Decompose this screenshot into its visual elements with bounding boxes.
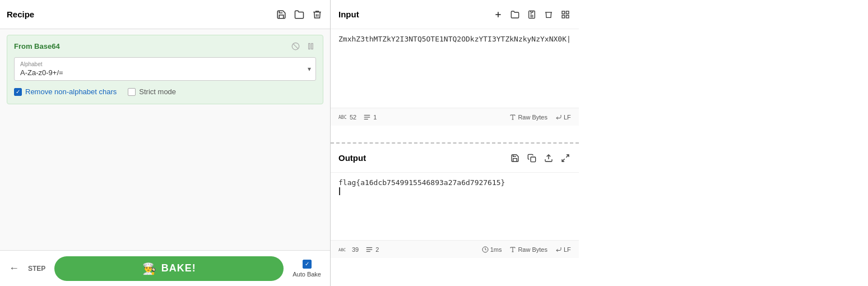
- operation-header: From Base64: [14, 41, 316, 52]
- remove-nonalpha-label: Remove non-alphabet chars: [25, 87, 117, 96]
- output-char-stat: ABC 39: [338, 246, 359, 253]
- empty-recipe-area: [7, 110, 323, 188]
- chef-icon: 👨‍🍳: [142, 262, 157, 275]
- output-lf-button[interactable]: LF: [555, 246, 571, 253]
- input-add-button[interactable]: [493, 9, 504, 20]
- svg-rect-10: [566, 15, 569, 18]
- svg-rect-7: [562, 11, 565, 14]
- output-title: Output: [338, 153, 509, 163]
- output-line-stat: 2: [365, 246, 379, 253]
- remove-nonalpha-checkbox-item[interactable]: Remove non-alphabet chars: [14, 87, 117, 96]
- output-lf-label: LF: [564, 246, 571, 253]
- operation-card: From Base64: [7, 35, 323, 104]
- operation-title: From Base64: [14, 42, 60, 50]
- strict-mode-label: Strict mode: [139, 87, 176, 96]
- input-value: ZmxhZ3thMTZkY2I3NTQ5OTE1NTQ2ODkzYTI3YTZk…: [338, 35, 567, 43]
- recipe-title: Recipe: [7, 10, 275, 19]
- svg-rect-2: [309, 44, 310, 49]
- output-footer-right: 1ms Raw Bytes LF: [482, 246, 571, 253]
- input-line-stat: 1: [363, 113, 377, 121]
- input-raw-bytes-label: Raw Bytes: [518, 114, 547, 121]
- output-content[interactable]: flag{a16dcb7549915546893a27a6d7927615}: [331, 173, 579, 240]
- checkbox-row: Remove non-alphabet chars Strict mode: [14, 87, 316, 96]
- recipe-body: From Base64: [0, 29, 330, 250]
- delete-recipe-button[interactable]: [311, 8, 323, 21]
- output-footer: ABC 39 2 1ms: [331, 240, 579, 258]
- auto-bake-section: Auto Bake: [293, 260, 321, 278]
- abc-icon: ABC: [338, 114, 347, 120]
- output-header: Output: [331, 144, 579, 173]
- clock-icon: [482, 246, 489, 253]
- output-abc-icon: ABC: [338, 246, 350, 253]
- select-arrow-icon: ▾: [308, 65, 311, 73]
- svg-line-20: [562, 159, 565, 162]
- input-cursor: [567, 35, 571, 43]
- input-content[interactable]: ZmxhZ3thMTZkY2I3NTQ5OTE1NTQ2ODkzYTI3YTZk…: [331, 29, 579, 108]
- output-expand-button[interactable]: [560, 153, 571, 164]
- operation-header-icons: [290, 41, 316, 52]
- svg-text:ABC: ABC: [338, 115, 347, 120]
- alphabet-value: A-Za-z0-9+/=: [20, 68, 63, 77]
- input-char-count: 52: [350, 114, 356, 121]
- input-footer: ABC 52 1 Raw Bytes: [331, 108, 579, 126]
- auto-bake-label: Auto Bake: [293, 271, 321, 278]
- left-panel: Recipe: [0, 0, 331, 286]
- output-time-label: 1ms: [482, 246, 502, 253]
- raw-bytes-icon: [509, 114, 516, 121]
- strict-mode-checkbox[interactable]: [128, 88, 136, 96]
- svg-line-1: [293, 44, 298, 49]
- bake-label: BAKE!: [161, 262, 196, 274]
- output-char-count: 39: [352, 246, 359, 253]
- output-value: flag{a16dcb7549915546893a27a6d7927615}: [338, 178, 505, 187]
- input-section: Input: [331, 0, 579, 144]
- bake-button[interactable]: 👨‍🍳 BAKE!: [54, 256, 284, 281]
- output-lines-icon: [365, 246, 373, 253]
- right-panel: Input: [331, 0, 579, 286]
- save-button[interactable]: [275, 8, 287, 21]
- svg-text:ABC: ABC: [338, 247, 346, 252]
- svg-rect-17: [531, 157, 536, 162]
- alphabet-select[interactable]: Alphabet A-Za-z0-9+/= ▾: [14, 57, 316, 81]
- output-upload-button[interactable]: [543, 153, 554, 164]
- output-copy-button[interactable]: [526, 153, 537, 164]
- output-cursor: [339, 187, 340, 195]
- svg-rect-3: [312, 44, 313, 49]
- recipe-header-icons: [275, 8, 323, 21]
- output-raw-bytes-button[interactable]: Raw Bytes: [509, 246, 547, 253]
- output-save-button[interactable]: [509, 153, 521, 164]
- bottom-bar: ← STEP 👨‍🍳 BAKE! Auto Bake: [0, 250, 330, 286]
- pause-operation-button[interactable]: [305, 41, 316, 52]
- remove-nonalpha-checkbox[interactable]: [14, 88, 22, 96]
- open-folder-button[interactable]: [293, 8, 305, 21]
- step-label: STEP: [28, 265, 45, 273]
- input-header-icons: [493, 9, 571, 20]
- strict-mode-checkbox-item[interactable]: Strict mode: [128, 87, 176, 96]
- output-lines-count: 2: [375, 246, 379, 253]
- output-raw-bytes-icon: [509, 246, 516, 253]
- output-lf-icon: [555, 246, 562, 253]
- input-char-stat: ABC 52: [338, 114, 356, 121]
- input-layout-button[interactable]: [560, 9, 571, 20]
- input-clear-button[interactable]: [543, 9, 554, 20]
- input-lf-button[interactable]: LF: [555, 114, 571, 121]
- svg-rect-6: [531, 11, 533, 12]
- input-lf-label: LF: [564, 114, 571, 121]
- input-footer-right: Raw Bytes LF: [509, 114, 570, 121]
- input-open-button[interactable]: [509, 9, 521, 20]
- recipe-header: Recipe: [0, 0, 330, 29]
- output-section: Output: [331, 144, 579, 286]
- disable-operation-button[interactable]: [290, 41, 301, 52]
- input-title: Input: [338, 10, 493, 19]
- svg-rect-8: [566, 11, 569, 14]
- alphabet-label: Alphabet: [20, 61, 299, 67]
- svg-line-19: [566, 155, 569, 158]
- output-header-icons: [509, 153, 571, 164]
- nav-back-button[interactable]: ←: [9, 262, 19, 274]
- svg-rect-9: [562, 15, 565, 18]
- lf-icon: [555, 114, 562, 121]
- auto-bake-checkbox[interactable]: [303, 260, 312, 269]
- lines-icon: [363, 113, 371, 121]
- input-paste-button[interactable]: [526, 9, 537, 20]
- input-raw-bytes-button[interactable]: Raw Bytes: [509, 114, 547, 121]
- output-raw-bytes-label: Raw Bytes: [518, 246, 547, 253]
